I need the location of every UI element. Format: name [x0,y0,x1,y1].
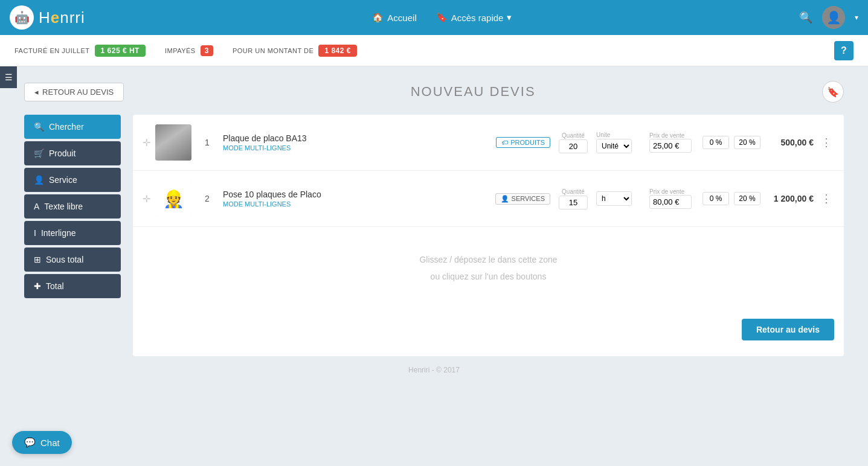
chevron-down-icon: ▾ [507,12,512,23]
item-unit-col-1: Unite Unité h m² [596,132,645,153]
interligne-button[interactable]: I Interligne [24,221,121,245]
item-price-col-1: Prix de vente [649,132,698,153]
multiline-link-2[interactable]: MODE MULTI-LIGNES [223,200,490,208]
total-button[interactable]: ✚ Total [24,274,121,298]
item-image-2: 👷 [155,180,191,217]
search-button[interactable]: 🔍 [799,11,812,24]
sous-total-button[interactable]: ⊞ Sous total [24,247,121,272]
shopping-cart-icon: 🛒 [34,148,44,158]
drag-handle-icon[interactable]: ✛ [143,137,150,148]
service-tag-icon: 👤 [501,195,509,203]
facture-label: FACTURÉ EN JUILLET [14,47,90,54]
impayes-label: IMPAYÉS [165,47,196,54]
text-icon: A [34,202,39,211]
chat-button[interactable]: 💬 Chat [12,431,72,454]
sidebar-toggle[interactable]: ☰ [0,66,17,88]
home-icon: 🏠 [372,12,384,23]
item-number-2: 2 [196,194,218,203]
item-qty-col-2: Quantité [555,188,591,209]
topnav-center: 🏠 Accueil 🔖 Accès rapide ▾ [85,12,799,23]
montant-amount: 1 842 € [318,45,357,57]
content-area: 🔍 Chercher 🛒 Produit 👤 Service A Texte l… [24,115,844,356]
chercher-button[interactable]: 🔍 Chercher [24,115,121,139]
item-tva-col-1 [734,136,760,149]
devis-area: ✛ 1 Plaque de placo BA13 MODE MULTI-LIGN… [133,115,844,356]
back-devis-button[interactable]: Retour au devis [742,319,834,340]
facture-item: FACTURÉ EN JUILLET 1 625 € HT [14,45,146,57]
drop-zone-line2: ou cliquez sur l'un des boutons [145,268,832,285]
item-desc-2: Pose 10 plaques de Placo MODE MULTI-LIGN… [223,190,490,208]
arrow-left-icon: ◂ [34,88,39,97]
avatar[interactable]: 👤 [822,6,845,29]
placo-image [155,124,191,161]
bookmark-nav-icon: 🔖 [436,12,448,23]
interligne-icon: I [34,228,36,238]
logo-text: Henrri [39,8,85,27]
bookmark-icon: 🔖 [827,86,839,98]
nav-accueil[interactable]: 🏠 Accueil [372,12,416,23]
montant-label: POUR UN MONTANT DE [233,47,314,54]
remise-input-2[interactable] [702,192,729,205]
item-tva-col-2 [734,192,760,205]
product-tag-icon: 🏷 [501,139,508,146]
total-plus-icon: ✚ [34,281,41,291]
drag-handle-icon-2[interactable]: ✛ [143,193,150,205]
user-dropdown-arrow[interactable]: ▾ [855,13,858,22]
table-row: ✛ 👷 2 Pose 10 plaques de Placo MODE MULT… [133,171,844,227]
item-remise-col-1 [702,136,729,149]
item-name-1: Plaque de placo BA13 [223,133,491,143]
devis-footer: Retour au devis [133,309,844,350]
item-tag-2: 👤 SERVICES [495,193,550,205]
logo-robot-icon: 🤖 [10,5,34,30]
nav-acces-rapide[interactable]: 🔖 Accès rapide ▾ [436,12,512,23]
tva-input-2[interactable] [734,192,760,205]
main-container: ◂ RETOUR AU DEVIS NOUVEAU DEVIS 🔖 🔍 Cher… [0,66,868,466]
impayes-count: 3 [201,45,213,56]
left-panel: 🔍 Chercher 🛒 Produit 👤 Service A Texte l… [24,115,121,298]
item-name-2: Pose 10 plaques de Placo [223,190,490,199]
item-unit-col-2: h Unité m² [596,191,645,206]
chat-icon: 💬 [24,437,36,448]
remise-input-1[interactable] [702,136,729,149]
item-total-1: 500,00 € [765,138,814,147]
price-input-1[interactable] [649,139,692,153]
search-panel-icon: 🔍 [34,122,44,132]
bookmark-button[interactable]: 🔖 [822,81,844,103]
top-navigation: 🤖 Henrri 🏠 Accueil 🔖 Accès rapide ▾ 🔍 👤 … [0,0,868,35]
item-qty-col-1: Quantité [555,132,591,153]
item-number-1: 1 [196,138,218,147]
more-options-button-2[interactable]: ⋮ [818,192,834,205]
drop-zone: Glissez / déposez le dans cette zone ou … [133,227,844,309]
topnav-right: 🔍 👤 ▾ [799,6,858,29]
plus-box-icon: ⊞ [34,255,41,264]
worker-image: 👷 [155,180,191,217]
multiline-link-1[interactable]: MODE MULTI-LIGNES [223,144,491,152]
person-icon: 👤 [34,175,44,185]
back-to-devis-top-button[interactable]: ◂ RETOUR AU DEVIS [24,83,124,101]
unit-select-1[interactable]: Unité h m² [596,139,632,153]
item-image-1 [155,124,191,161]
footer-text: Henriri - © 2017 [408,366,460,374]
logo[interactable]: 🤖 Henrri [10,5,85,30]
produit-button[interactable]: 🛒 Produit [24,141,121,165]
help-button[interactable]: ? [834,41,854,60]
qty-input-1[interactable] [559,139,588,153]
montant-item: POUR UN MONTANT DE 1 842 € [233,45,357,57]
item-tag-1: 🏷 PRODUITS [496,137,550,148]
infobar: FACTURÉ EN JUILLET 1 625 € HT IMPAYÉS 3 … [0,35,868,66]
item-total-2: 1 200,00 € [765,194,814,203]
service-button[interactable]: 👤 Service [24,168,121,192]
more-options-button-1[interactable]: ⋮ [818,136,834,149]
item-remise-col-2 [702,192,729,205]
texte-libre-button[interactable]: A Texte libre [24,194,121,219]
qty-input-2[interactable] [559,196,588,209]
page-header: ◂ RETOUR AU DEVIS NOUVEAU DEVIS 🔖 [24,81,844,103]
table-row: ✛ 1 Plaque de placo BA13 MODE MULTI-LIGN… [133,115,844,171]
drop-zone-line1: Glissez / déposez le dans cette zone [145,251,832,268]
page-title: NOUVEAU DEVIS [411,84,536,100]
item-desc-1: Plaque de placo BA13 MODE MULTI-LIGNES [223,133,491,152]
price-input-2[interactable] [649,195,692,209]
tva-input-1[interactable] [734,136,760,149]
unit-select-2[interactable]: h Unité m² [596,191,632,206]
page-footer: Henriri - © 2017 [24,356,844,379]
